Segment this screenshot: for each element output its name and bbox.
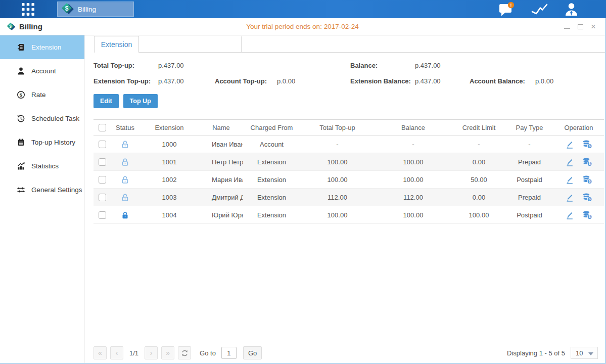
window-titlebar: $ Billing Your trial period ends on: 201…: [0, 18, 605, 35]
topup-coins-icon[interactable]: $: [582, 210, 592, 219]
billing-diamond-icon-small: $: [7, 22, 16, 31]
col-pay-type: Pay Type: [505, 120, 553, 135]
account-topup-value: p.0.00: [277, 77, 295, 85]
svg-text:$: $: [65, 5, 69, 12]
page-size-value: 10: [576, 349, 583, 357]
cell-extension: 1001: [139, 153, 200, 171]
display-info: Displaying 1 - 5 of 5 10: [507, 347, 598, 359]
sidebar-item-label: Extension: [31, 43, 61, 51]
table-row: 1002 Мария Ива... Extension 100.00 100.0…: [94, 171, 604, 189]
taskbar-tab-label: Billing: [78, 6, 96, 13]
svg-text:$: $: [589, 197, 591, 201]
messages-icon[interactable]: !: [497, 2, 516, 17]
row-checkbox[interactable]: [99, 141, 106, 148]
total-topup-label: Total Top-up:: [94, 62, 158, 69]
row-checkbox[interactable]: [99, 176, 106, 184]
cell-extension: 1002: [139, 171, 200, 189]
close-button[interactable]: ×: [590, 23, 597, 30]
edit-pencil-icon[interactable]: [565, 193, 574, 202]
extension-table: Status Extension Name Charged From Total…: [94, 119, 604, 224]
page-size-select[interactable]: 10: [571, 347, 598, 359]
cell-pay-type: Prepaid: [505, 189, 553, 206]
first-page-button[interactable]: «: [94, 346, 107, 359]
table-row: 1003 Дмитрий Д... Extension 112.00 112.0…: [94, 189, 604, 206]
cell-charged-from: Extension: [243, 206, 301, 224]
maximize-icon: [578, 24, 583, 29]
display-info-text: Displaying 1 - 5 of 5: [507, 349, 565, 357]
top-up-button[interactable]: Top Up: [123, 94, 158, 108]
select-all-checkbox[interactable]: [99, 124, 106, 131]
tab-divider: [241, 36, 242, 53]
unlocked-icon: [121, 175, 129, 184]
unlocked-icon: [121, 193, 129, 202]
sidebar-item-label: Top-up History: [31, 139, 75, 146]
cell-name: Дмитрий Д...: [200, 189, 243, 206]
window-controls: ×: [564, 23, 597, 30]
person-icon: [17, 67, 25, 75]
sidebar-item-extension[interactable]: Extension: [0, 35, 84, 59]
maximize-button[interactable]: [577, 23, 584, 30]
account-balance-label: Account Balance:: [470, 77, 535, 85]
col-credit-limit: Credit Limit: [452, 120, 505, 135]
cell-extension: 1000: [139, 135, 200, 153]
sidebar-item-label: Scheduled Task: [31, 115, 79, 122]
extension-balance-value: p.437.00: [415, 77, 470, 85]
cell-credit-limit: 100.00: [452, 206, 505, 224]
sidebar-item-label: Statistics: [31, 162, 59, 170]
goto-page-input[interactable]: [221, 347, 237, 359]
tab-extension[interactable]: Extension: [94, 36, 139, 53]
user-icon[interactable]: [564, 2, 579, 16]
cell-balance: 100.00: [374, 153, 452, 171]
apps-grid-glyph: [22, 3, 34, 16]
sidebar-item-rate[interactable]: $ Rate: [0, 83, 84, 107]
sidebar-item-label: General Settings: [31, 186, 82, 194]
main-content: Extension Total Top-up: p.437.00 Extensi…: [85, 35, 605, 363]
cell-name: Мария Ива...: [200, 171, 243, 189]
topup-coins-icon[interactable]: $: [582, 193, 592, 202]
col-balance: Balance: [374, 120, 452, 135]
page-indicator: 1/1: [129, 349, 138, 357]
topup-coins-icon[interactable]: $: [582, 140, 592, 149]
cell-credit-limit: 0.00: [452, 153, 505, 171]
top-app-bar: $ Billing !: [0, 0, 606, 18]
refresh-icon: [181, 349, 189, 357]
apps-grid-icon[interactable]: [21, 3, 34, 16]
refresh-button[interactable]: [178, 346, 191, 359]
svg-text:$: $: [589, 215, 591, 219]
resource-monitor-glyph: [531, 2, 548, 16]
goto-label: Go to: [200, 349, 216, 357]
sidebar-item-scheduled-task[interactable]: Scheduled Task: [0, 107, 84, 130]
taskbar-tab-billing[interactable]: $ Billing: [57, 2, 134, 17]
cell-name: Юрий Юрь...: [200, 206, 243, 224]
svg-text:$: $: [20, 92, 23, 98]
edit-pencil-icon[interactable]: [565, 157, 574, 166]
resource-monitor-icon[interactable]: [531, 2, 548, 16]
row-checkbox[interactable]: [99, 211, 106, 219]
journal-icon: [17, 43, 25, 52]
sidebar-item-statistics[interactable]: Statistics: [0, 154, 84, 178]
sidebar-item-account[interactable]: Account: [0, 59, 84, 83]
edit-pencil-icon[interactable]: [565, 140, 574, 149]
bar-chart-icon: [17, 162, 25, 170]
user-glyph: [564, 2, 579, 16]
sidebar-item-topup-history[interactable]: Top-up History: [0, 130, 84, 154]
topup-coins-icon[interactable]: $: [582, 175, 592, 184]
go-button[interactable]: Go: [243, 346, 262, 359]
edit-button[interactable]: Edit: [94, 94, 119, 108]
col-extension: Extension: [139, 120, 200, 135]
edit-pencil-icon[interactable]: [565, 175, 574, 184]
topup-coins-icon[interactable]: $: [582, 157, 592, 166]
cell-credit-limit: 50.00: [452, 171, 505, 189]
svg-text:$: $: [589, 144, 591, 148]
last-page-button[interactable]: »: [161, 346, 174, 359]
prev-page-button[interactable]: ‹: [110, 346, 123, 359]
account-topup-label: Account Top-up:: [215, 77, 277, 85]
edit-pencil-icon[interactable]: [565, 210, 574, 219]
cell-name: Иван Иванов: [200, 135, 243, 153]
row-checkbox[interactable]: [99, 194, 106, 201]
cell-total-topup: 100.00: [301, 206, 374, 224]
next-page-button[interactable]: ›: [145, 346, 158, 359]
row-checkbox[interactable]: [99, 158, 106, 166]
minimize-button[interactable]: [564, 23, 571, 30]
sidebar-item-general-settings[interactable]: General Settings: [0, 178, 84, 202]
